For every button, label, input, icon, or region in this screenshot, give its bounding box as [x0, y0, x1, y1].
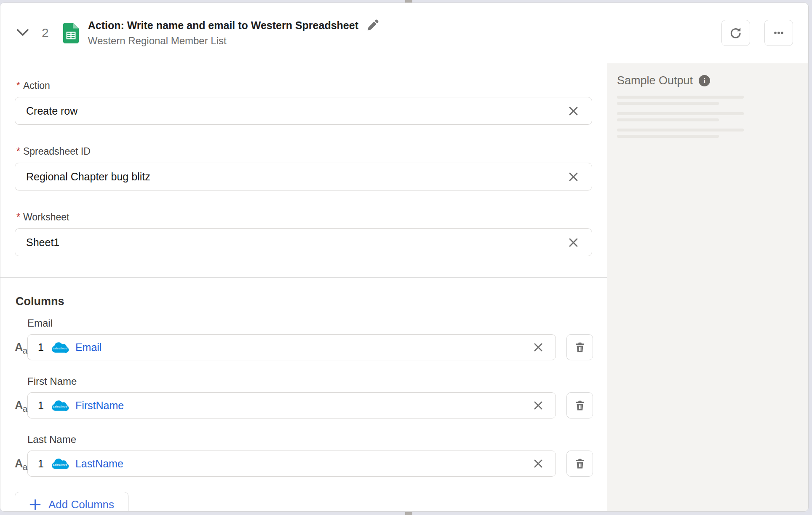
- token-step-number: 1: [38, 458, 44, 470]
- step-subtitle: Western Regional Member List: [88, 35, 379, 47]
- field-group-spreadsheet-id: *Spreadsheet ID Regional Chapter bug bli…: [15, 146, 607, 190]
- token-field-name: LastName: [75, 458, 123, 470]
- skeleton-bar: [617, 96, 744, 99]
- step-number: 2: [42, 26, 49, 40]
- required-asterisk: *: [16, 212, 20, 223]
- column-group-last-name: Last Name Aa 1 salesforce: [15, 434, 607, 477]
- step-title: Action: Write name and email to Western …: [88, 19, 358, 32]
- clear-icon[interactable]: [531, 398, 545, 413]
- clear-icon[interactable]: [566, 104, 581, 118]
- skeleton-bar: [617, 102, 719, 105]
- token-step-number: 1: [38, 341, 44, 354]
- input-value: Sheet1: [26, 236, 59, 249]
- trash-icon: [574, 399, 586, 412]
- add-columns-label: Add Columns: [48, 498, 114, 511]
- svg-text:salesforce: salesforce: [53, 405, 67, 408]
- sample-output-panel: Sample Output i: [607, 63, 808, 511]
- column-label: Last Name: [27, 434, 607, 445]
- trash-icon: [574, 457, 586, 470]
- action-input[interactable]: Create row: [15, 97, 592, 125]
- field-label: *Action: [16, 80, 607, 91]
- skeleton-bar: [617, 112, 744, 115]
- delete-column-button[interactable]: [566, 334, 593, 360]
- salesforce-icon: salesforce: [50, 456, 70, 471]
- skeleton-bar: [617, 129, 744, 131]
- action-step-card: 2 Action: Write name and email to Wester…: [0, 3, 809, 512]
- refresh-icon: [729, 26, 743, 40]
- trash-icon: [574, 341, 586, 354]
- field-label: *Spreadsheet ID: [16, 146, 607, 157]
- token-field-name: FirstName: [75, 400, 124, 412]
- column-group-email: Email Aa 1 salesforce: [15, 317, 607, 360]
- required-asterisk: *: [16, 146, 20, 157]
- header-actions: [721, 20, 793, 46]
- step-body: *Action Create row *Spreadsheet ID: [0, 63, 808, 511]
- add-columns-button[interactable]: Add Columns: [15, 492, 128, 512]
- input-value: Regional Chapter bug blitz: [26, 171, 150, 183]
- sample-output-heading: Sample Output: [617, 74, 693, 87]
- refresh-button[interactable]: [721, 20, 750, 46]
- text-type-icon: Aa: [15, 399, 26, 412]
- field-group-worksheet: *Worksheet Sheet1: [15, 212, 607, 256]
- more-options-icon: [772, 26, 786, 40]
- more-options-button[interactable]: [764, 20, 793, 46]
- plus-icon: [29, 499, 41, 511]
- text-type-icon: Aa: [15, 341, 26, 354]
- step-titles: Action: Write name and email to Western …: [88, 19, 379, 47]
- text-type-icon: Aa: [15, 457, 26, 470]
- info-icon[interactable]: i: [699, 75, 710, 86]
- column-label: First Name: [27, 376, 607, 387]
- google-sheets-icon: [63, 23, 79, 43]
- input-value: Create row: [26, 105, 77, 117]
- worksheet-input[interactable]: Sheet1: [15, 228, 592, 256]
- spreadsheet-id-input[interactable]: Regional Chapter bug blitz: [15, 163, 592, 190]
- column-value-input[interactable]: 1 salesforce Email: [27, 334, 556, 360]
- column-value-input[interactable]: 1 salesforce LastName: [27, 451, 556, 477]
- delete-column-button[interactable]: [566, 451, 593, 477]
- step-connector-bottom: [405, 512, 412, 515]
- column-label: Email: [27, 317, 607, 329]
- token-field-name: Email: [75, 341, 102, 354]
- svg-text:salesforce: salesforce: [53, 346, 67, 350]
- collapse-chevron-icon[interactable]: [16, 29, 29, 37]
- field-group-action: *Action Create row: [15, 80, 607, 125]
- zap-editor-page: 2 Action: Write name and email to Wester…: [0, 0, 812, 515]
- clear-icon[interactable]: [566, 235, 581, 250]
- step-header: 2 Action: Write name and email to Wester…: [0, 3, 808, 63]
- column-group-first-name: First Name Aa 1 salesforce: [15, 376, 607, 418]
- skeleton-bar: [617, 118, 719, 121]
- sample-output-loading-skeleton: [617, 96, 808, 138]
- delete-column-button[interactable]: [566, 392, 593, 418]
- salesforce-icon: salesforce: [50, 398, 70, 413]
- column-value-input[interactable]: 1 salesforce FirstName: [27, 392, 556, 418]
- columns-heading: Columns: [16, 295, 607, 308]
- clear-icon[interactable]: [531, 456, 545, 471]
- clear-icon[interactable]: [531, 340, 545, 354]
- setup-form: *Action Create row *Spreadsheet ID: [0, 63, 607, 511]
- svg-text:salesforce: salesforce: [53, 463, 67, 467]
- token-step-number: 1: [38, 400, 44, 412]
- required-asterisk: *: [16, 80, 20, 91]
- field-label: *Worksheet: [16, 212, 607, 223]
- salesforce-icon: salesforce: [50, 340, 70, 355]
- edit-title-pencil-icon[interactable]: [365, 19, 379, 33]
- clear-icon[interactable]: [566, 169, 581, 184]
- skeleton-bar: [617, 135, 719, 138]
- columns-section: Columns Email Aa 1 salesforce: [15, 278, 607, 512]
